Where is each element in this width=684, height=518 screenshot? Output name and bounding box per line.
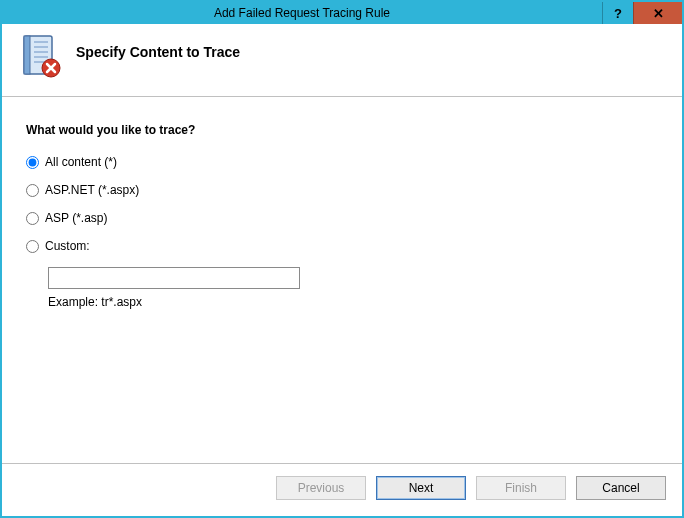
- radio-custom-input[interactable]: [26, 240, 39, 253]
- help-button[interactable]: ?: [602, 2, 633, 24]
- wizard-window: Add Failed Request Tracing Rule ? ✕: [0, 0, 684, 518]
- finish-button[interactable]: Finish: [476, 476, 566, 500]
- radio-asp-input[interactable]: [26, 212, 39, 225]
- radio-aspnet-label: ASP.NET (*.aspx): [45, 183, 139, 197]
- page-title: Specify Content to Trace: [76, 44, 240, 60]
- radio-option-custom[interactable]: Custom:: [26, 239, 658, 253]
- radio-aspnet-input[interactable]: [26, 184, 39, 197]
- radio-option-asp[interactable]: ASP (*.asp): [26, 211, 658, 225]
- next-button[interactable]: Next: [376, 476, 466, 500]
- help-icon: ?: [614, 6, 622, 21]
- close-button[interactable]: ✕: [633, 2, 682, 24]
- custom-pattern-input[interactable]: [48, 267, 300, 289]
- page-icon: [18, 34, 62, 78]
- svg-rect-1: [24, 36, 30, 74]
- example-label: Example: tr*.aspx: [48, 295, 658, 309]
- cancel-button[interactable]: Cancel: [576, 476, 666, 500]
- custom-block: Example: tr*.aspx: [48, 267, 658, 309]
- radio-all-input[interactable]: [26, 156, 39, 169]
- radio-asp-label: ASP (*.asp): [45, 211, 107, 225]
- close-icon: ✕: [653, 6, 664, 21]
- content-area: What would you like to trace? All conten…: [2, 97, 682, 463]
- wizard-header: Specify Content to Trace: [2, 24, 682, 96]
- window-title: Add Failed Request Tracing Rule: [2, 2, 602, 24]
- question-label: What would you like to trace?: [26, 123, 658, 137]
- window-controls: ? ✕: [602, 2, 682, 24]
- radio-custom-label: Custom:: [45, 239, 90, 253]
- radio-option-all[interactable]: All content (*): [26, 155, 658, 169]
- previous-button[interactable]: Previous: [276, 476, 366, 500]
- titlebar: Add Failed Request Tracing Rule ? ✕: [2, 2, 682, 24]
- radio-option-aspnet[interactable]: ASP.NET (*.aspx): [26, 183, 658, 197]
- radio-all-label: All content (*): [45, 155, 117, 169]
- wizard-footer: Previous Next Finish Cancel: [2, 463, 682, 516]
